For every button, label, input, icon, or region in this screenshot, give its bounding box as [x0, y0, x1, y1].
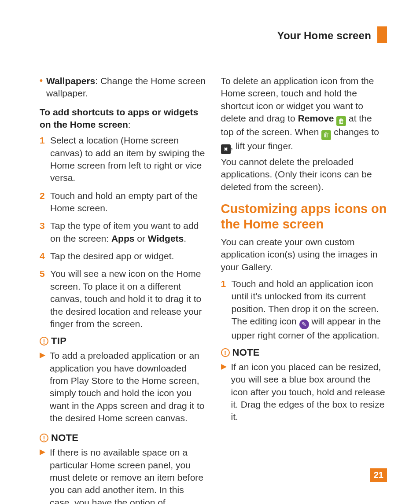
step-number: 2 — [40, 190, 46, 215]
page-number: 21 — [370, 468, 387, 482]
delete-icon-paragraph: To delete an application icon from the H… — [221, 75, 387, 154]
alert-icon: ! — [40, 434, 48, 442]
header-title: Your Home screen — [277, 26, 372, 42]
customizing-intro: You can create your own custom applicati… — [221, 236, 387, 273]
alert-icon: ! — [221, 348, 230, 357]
step-number: 3 — [40, 220, 46, 245]
note-item: ▶ If there is no available space on a pa… — [40, 446, 206, 504]
bullet-dot-icon: • — [40, 75, 43, 100]
step-1: 1 Select a location (Home screen canvas)… — [40, 134, 206, 184]
tip-item: ▶ To add a preloaded application or an a… — [40, 349, 206, 424]
add-shortcuts-subhead: To add shortcuts to apps or widgets on t… — [40, 106, 206, 131]
triangle-bullet-icon: ▶ — [40, 349, 45, 424]
custom-step-1: 1 Touch and hold an application icon unt… — [221, 278, 387, 342]
tip-heading: ! TIP — [40, 335, 206, 347]
step-4: 4 Tap the desired app or widget. — [40, 250, 206, 262]
preloaded-note: You cannot delete the preloaded applicat… — [221, 156, 387, 193]
step-text: You will see a new icon on the Home scre… — [50, 268, 206, 330]
page-header: Your Home screen — [40, 26, 387, 43]
step-text: Touch and hold an application icon until… — [232, 278, 387, 342]
drop-target-icon: ✖ — [221, 144, 231, 154]
step-number: 1 — [221, 278, 227, 342]
alert-icon: ! — [40, 337, 48, 346]
left-column: • Wallpapers: Change the Home screen wal… — [40, 75, 206, 504]
note-text: If there is no available space on a part… — [50, 446, 206, 504]
wallpapers-term: Wallpapers — [46, 76, 95, 86]
wallpapers-bullet: • Wallpapers: Change the Home screen wal… — [40, 75, 206, 100]
trash-icon: 🗑 — [321, 130, 331, 140]
step-text: Tap the desired app or widget. — [50, 250, 174, 262]
note-label: NOTE — [51, 432, 78, 444]
triangle-bullet-icon: ▶ — [221, 361, 227, 423]
wallpapers-text: Wallpapers: Change the Home screen wallp… — [46, 75, 206, 100]
note-heading: ! NOTE — [40, 432, 206, 444]
trash-icon: 🗑 — [336, 116, 346, 126]
step-text: Touch and hold an empty part of the Home… — [50, 190, 206, 215]
right-column: To delete an application icon from the H… — [221, 75, 387, 504]
step-number: 1 — [40, 134, 46, 184]
step-5: 5 You will see a new icon on the Home sc… — [40, 268, 206, 330]
note-label-right: NOTE — [232, 347, 260, 358]
note-heading-right: ! NOTE — [221, 347, 387, 358]
step-text: Tap the type of item you want to add on … — [50, 220, 206, 245]
content-columns: • Wallpapers: Change the Home screen wal… — [40, 75, 387, 504]
note-text-right: If an icon you placed can be resized, yo… — [231, 361, 387, 423]
step-number: 4 — [40, 250, 46, 262]
note-item-right: ▶ If an icon you placed can be resized, … — [221, 361, 387, 423]
header-accent-tab — [377, 26, 387, 43]
step-number: 5 — [40, 268, 46, 330]
step-2: 2 Touch and hold an empty part of the Ho… — [40, 190, 206, 215]
tip-text: To add a preloaded application or an app… — [50, 349, 206, 424]
edit-icon: ✎ — [299, 320, 309, 329]
step-text: Select a location (Home screen canvas) t… — [50, 134, 206, 184]
triangle-bullet-icon: ▶ — [40, 446, 45, 504]
step-3: 3 Tap the type of item you want to add o… — [40, 220, 206, 245]
tip-label: TIP — [51, 335, 66, 347]
customizing-heading: Customizing apps icons on the Home scree… — [221, 201, 387, 232]
